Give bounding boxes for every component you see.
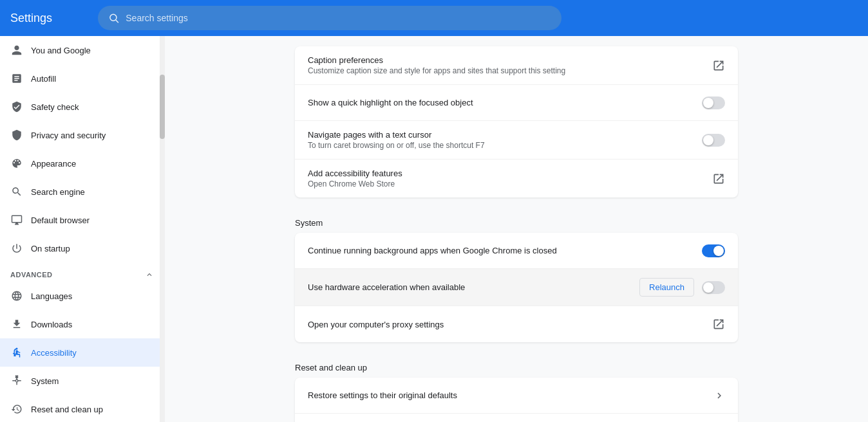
- system-icon: [10, 374, 23, 387]
- safety-check-icon: [10, 100, 23, 113]
- background-apps-title: Continue running background apps when Go…: [308, 246, 702, 255]
- sidebar: You and Google Autofill Safety check Pri…: [0, 36, 165, 422]
- add-accessibility-external-link-icon[interactable]: [712, 172, 725, 185]
- system-card: Continue running background apps when Go…: [295, 233, 738, 342]
- proxy-settings-row[interactable]: Open your computer's proxy settings: [295, 306, 738, 342]
- sidebar-label-default-browser: Default browser: [31, 216, 90, 225]
- sidebar-wrapper: You and Google Autofill Safety check Pri…: [0, 36, 165, 422]
- relaunch-button[interactable]: Relaunch: [639, 278, 694, 297]
- sidebar-item-downloads[interactable]: Downloads: [0, 310, 164, 338]
- sidebar-item-safety-check[interactable]: Safety check: [0, 93, 164, 121]
- app-header: Settings: [0, 0, 868, 36]
- caption-preferences-content: Caption preferences Customize caption si…: [308, 55, 712, 75]
- restore-defaults-arrow-icon: [713, 390, 725, 401]
- person-icon: [10, 44, 23, 57]
- hardware-acceleration-content: Use hardware acceleration when available: [308, 282, 639, 292]
- add-accessibility-action: [712, 172, 725, 185]
- caption-external-link-icon[interactable]: [712, 59, 725, 72]
- add-accessibility-row[interactable]: Add accessibility features Open Chrome W…: [295, 160, 738, 197]
- proxy-settings-title: Open your computer's proxy settings: [308, 320, 712, 329]
- proxy-settings-action: [712, 318, 725, 331]
- sidebar-label-search-engine: Search engine: [31, 187, 85, 197]
- sidebar-item-appearance[interactable]: Appearance: [0, 149, 164, 178]
- sidebar-label-privacy-security: Privacy and security: [31, 131, 106, 140]
- accessibility-icon: [10, 346, 23, 359]
- advanced-section-toggle[interactable]: Advanced: [0, 262, 164, 282]
- hardware-acceleration-title: Use hardware acceleration when available: [308, 282, 639, 292]
- sidebar-label-on-startup: On startup: [31, 244, 70, 253]
- sidebar-label-system: System: [31, 376, 59, 386]
- main-layout: You and Google Autofill Safety check Pri…: [0, 36, 868, 422]
- text-cursor-row[interactable]: Navigate pages with a text cursor To tur…: [295, 121, 738, 160]
- accessibility-card: Caption preferences Customize caption si…: [295, 46, 738, 197]
- hardware-acceleration-row[interactable]: Use hardware acceleration when available…: [295, 269, 738, 306]
- text-cursor-title: Navigate pages with a text cursor: [308, 130, 702, 140]
- highlight-focused-title: Show a quick highlight on the focused ob…: [308, 98, 702, 107]
- search-icon: [108, 12, 119, 24]
- highlight-focused-row[interactable]: Show a quick highlight on the focused ob…: [295, 85, 738, 121]
- sidebar-label-autofill: Autofill: [31, 74, 56, 84]
- sidebar-label-accessibility: Accessibility: [31, 348, 77, 358]
- sidebar-item-reset-clean[interactable]: Reset and clean up: [0, 395, 164, 422]
- svg-point-0: [110, 14, 117, 21]
- proxy-settings-content: Open your computer's proxy settings: [308, 320, 712, 329]
- svg-line-1: [116, 20, 118, 23]
- sidebar-label-reset-clean: Reset and clean up: [31, 405, 103, 414]
- text-cursor-action: [702, 134, 725, 147]
- highlight-focused-toggle[interactable]: [702, 96, 725, 109]
- text-cursor-toggle[interactable]: [702, 134, 725, 147]
- sidebar-item-system[interactable]: System: [0, 367, 164, 395]
- reset-section-header: Reset and clean up: [295, 353, 738, 378]
- text-cursor-content: Navigate pages with a text cursor To tur…: [308, 130, 702, 150]
- restore-defaults-title: Restore settings to their original defau…: [308, 390, 713, 400]
- sidebar-item-privacy-security[interactable]: Privacy and security: [0, 121, 164, 149]
- cleanup-computer-row[interactable]: Clean up computer: [295, 414, 738, 422]
- privacy-icon: [10, 129, 23, 142]
- autofill-icon: [10, 72, 23, 85]
- reset-card: Restore settings to their original defau…: [295, 378, 738, 422]
- add-accessibility-title: Add accessibility features: [308, 169, 712, 178]
- sidebar-item-languages[interactable]: Languages: [0, 282, 164, 310]
- background-apps-content: Continue running background apps when Go…: [308, 246, 702, 255]
- on-startup-icon: [10, 242, 23, 255]
- sidebar-label-safety-check: Safety check: [31, 102, 79, 112]
- sidebar-item-autofill[interactable]: Autofill: [0, 64, 164, 93]
- system-section-header: System: [295, 208, 738, 233]
- sidebar-item-you-google[interactable]: You and Google: [0, 36, 164, 64]
- hardware-acceleration-toggle[interactable]: [702, 281, 725, 294]
- restore-defaults-content: Restore settings to their original defau…: [308, 390, 713, 400]
- background-apps-action: [702, 244, 725, 257]
- sidebar-item-on-startup[interactable]: On startup: [0, 234, 164, 262]
- sidebar-label-you-google: You and Google: [31, 46, 91, 55]
- sidebar-label-appearance: Appearance: [31, 159, 76, 169]
- background-apps-row[interactable]: Continue running background apps when Go…: [295, 233, 738, 269]
- proxy-external-link-icon[interactable]: [712, 318, 725, 331]
- appearance-icon: [10, 157, 23, 170]
- sidebar-label-languages: Languages: [31, 291, 72, 301]
- search-engine-icon: [10, 185, 23, 198]
- reset-icon: [10, 403, 23, 416]
- languages-icon: [10, 289, 23, 302]
- main-content: Caption preferences Customize caption si…: [165, 36, 868, 422]
- caption-preferences-action: [712, 59, 725, 72]
- background-apps-toggle[interactable]: [702, 244, 725, 257]
- search-bar[interactable]: [98, 6, 561, 30]
- restore-defaults-action: [713, 390, 725, 401]
- add-accessibility-content: Add accessibility features Open Chrome W…: [308, 169, 712, 188]
- search-input[interactable]: [126, 13, 551, 23]
- advanced-label: Advanced: [10, 271, 53, 279]
- sidebar-item-accessibility[interactable]: Accessibility: [0, 338, 164, 367]
- sidebar-item-default-browser[interactable]: Default browser: [0, 206, 164, 234]
- highlight-focused-content: Show a quick highlight on the focused ob…: [308, 98, 702, 107]
- caption-preferences-row[interactable]: Caption preferences Customize caption si…: [295, 46, 738, 85]
- restore-defaults-row[interactable]: Restore settings to their original defau…: [295, 378, 738, 414]
- sidebar-item-search-engine[interactable]: Search engine: [0, 178, 164, 206]
- add-accessibility-subtitle: Open Chrome Web Store: [308, 179, 712, 188]
- default-browser-icon: [10, 214, 23, 226]
- text-cursor-subtitle: To turn caret browsing on or off, use th…: [308, 141, 702, 150]
- caption-preferences-subtitle: Customize caption size and style for app…: [308, 66, 712, 75]
- sidebar-label-downloads: Downloads: [31, 320, 72, 329]
- caption-preferences-title: Caption preferences: [308, 55, 712, 65]
- downloads-icon: [10, 318, 23, 331]
- app-title: Settings: [10, 12, 88, 25]
